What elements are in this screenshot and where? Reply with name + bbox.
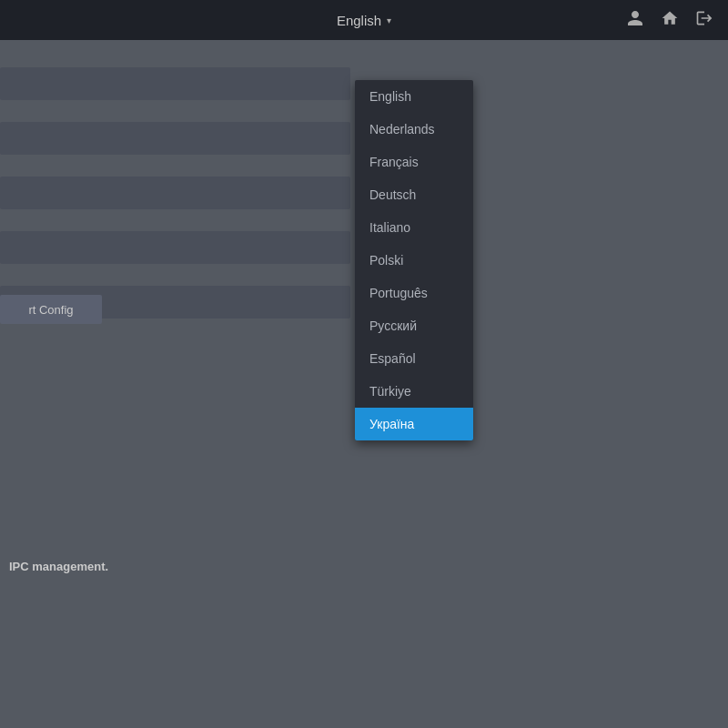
export-config-label: rt Config	[28, 303, 73, 317]
language-option-francais[interactable]: Français	[355, 146, 473, 178]
bg-bar-3	[0, 177, 350, 209]
bg-bar-1	[0, 67, 350, 100]
language-option-italiano[interactable]: Italiano	[355, 211, 473, 244]
language-option-polski[interactable]: Polski	[355, 244, 473, 277]
navbar-icons	[626, 9, 713, 32]
main-content: rt Config IPC management. English Nederl…	[0, 40, 728, 728]
chevron-down-icon: ▾	[387, 15, 391, 25]
navbar: English ▾	[0, 0, 728, 40]
language-option-english[interactable]: English	[355, 80, 473, 113]
language-dropdown: English Nederlands Français Deutsch Ital…	[355, 80, 473, 440]
language-option-espanol[interactable]: Español	[355, 342, 473, 375]
language-label: English	[337, 13, 381, 28]
logout-icon[interactable]	[695, 9, 713, 32]
home-icon[interactable]	[661, 9, 679, 32]
bg-bar-2	[0, 122, 350, 155]
language-option-russian[interactable]: Русский	[355, 309, 473, 342]
language-option-turkiye[interactable]: Türkiye	[355, 375, 473, 408]
language-option-deutsch[interactable]: Deutsch	[355, 178, 473, 211]
language-selector[interactable]: English ▾	[328, 7, 400, 34]
bg-bar-4	[0, 231, 350, 264]
export-config-button[interactable]: rt Config	[0, 295, 102, 324]
user-icon[interactable]	[626, 9, 644, 32]
language-option-portugues[interactable]: Português	[355, 277, 473, 309]
ipc-management-text: IPC management.	[9, 560, 108, 573]
language-option-ukraina[interactable]: Україна	[355, 408, 473, 440]
language-option-nederlands[interactable]: Nederlands	[355, 113, 473, 146]
